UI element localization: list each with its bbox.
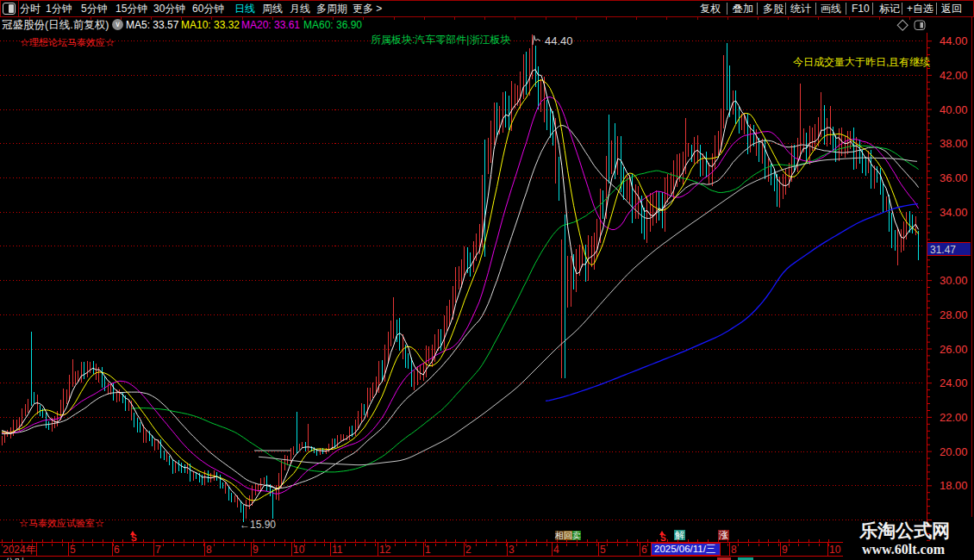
svg-text:40.00: 40.00 [940, 103, 968, 116]
svg-text:36.00: 36.00 [940, 171, 968, 184]
svg-text:20.00: 20.00 [940, 445, 968, 458]
svg-text:38.00: 38.00 [940, 137, 968, 150]
svg-text:22.00: 22.00 [940, 411, 968, 424]
svg-text:42.00: 42.00 [940, 69, 968, 82]
svg-text:28.00: 28.00 [940, 308, 968, 321]
svg-text:30.00: 30.00 [940, 274, 968, 287]
svg-text:26.00: 26.00 [940, 343, 968, 356]
svg-text:34.00: 34.00 [940, 206, 968, 219]
svg-text:44.00: 44.00 [940, 34, 968, 47]
svg-text:18.00: 18.00 [940, 479, 968, 492]
svg-text:24.00: 24.00 [940, 376, 968, 389]
